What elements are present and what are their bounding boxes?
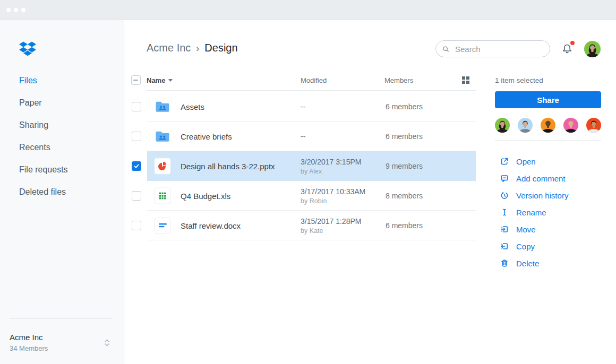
column-header-modified: Modified xyxy=(301,76,327,84)
action-label: Copy xyxy=(516,242,535,251)
file-modified-by: by Kate xyxy=(301,227,361,235)
breadcrumb: Acme Inc › Design xyxy=(147,42,238,54)
file-modified: 3/20/2017 3:15PM by Alex xyxy=(301,151,361,181)
dropbox-app-window: Files Paper Sharing Recents File request… xyxy=(0,0,616,364)
file-name: Assets xyxy=(181,92,204,122)
selection-status: 1 item selected xyxy=(495,76,543,84)
indeterminate-dash xyxy=(133,80,138,81)
window-controls xyxy=(6,8,25,12)
file-type-icon xyxy=(154,187,171,204)
file-actions: Open Add comment Version history Rename … xyxy=(495,153,601,272)
sidebar-item-label: Deleted files xyxy=(19,187,66,197)
sidebar-nav: Files Paper Sharing Recents File request… xyxy=(0,70,124,203)
action-version-history[interactable]: Version history xyxy=(495,187,601,204)
select-all-checkbox[interactable] xyxy=(131,75,141,85)
breadcrumb-parent-link[interactable]: Acme Inc xyxy=(147,42,191,54)
grid-view-icon[interactable] xyxy=(462,76,469,84)
sidebar-item-deleted-files[interactable]: Deleted files xyxy=(0,181,124,203)
action-rename[interactable]: Rename xyxy=(495,204,601,221)
sort-caret-icon xyxy=(168,79,173,82)
sidebar-item-files[interactable]: Files xyxy=(0,70,124,92)
member-avatars xyxy=(495,118,601,133)
team-switcher[interactable]: Acme Inc 34 Members xyxy=(10,318,112,364)
file-modified-by: by Robin xyxy=(301,197,365,205)
column-header-members: Members xyxy=(384,76,413,84)
notification-unread-dot xyxy=(570,41,575,45)
member-avatar-4[interactable] xyxy=(563,118,578,133)
sidebar-item-label: Recents xyxy=(19,143,50,152)
share-button[interactable]: Share xyxy=(495,91,601,108)
sidebar-item-sharing[interactable]: Sharing xyxy=(0,114,124,136)
action-move[interactable]: Move xyxy=(495,221,601,238)
file-list: Assets -- 6 members Creative briefs -- 6… xyxy=(132,92,476,240)
sidebar-item-label: Paper xyxy=(19,98,42,108)
member-avatar-2[interactable] xyxy=(518,118,533,133)
file-name: Q4 Budget.xls xyxy=(181,181,230,211)
copy-icon xyxy=(500,241,509,251)
file-name: Design all hands 3-22.pptx xyxy=(181,151,275,181)
file-modified-by: by Alex xyxy=(301,168,361,175)
file-name: Creative briefs xyxy=(181,122,232,151)
row-checkbox[interactable] xyxy=(132,221,141,230)
action-copy[interactable]: Copy xyxy=(495,238,601,255)
sidebar-item-label: File requests xyxy=(19,165,68,175)
file-modified: 3/17/2017 10:33AM by Robin xyxy=(301,181,365,211)
comment-icon xyxy=(500,174,509,183)
row-checkbox[interactable] xyxy=(132,161,141,171)
action-add-comment[interactable]: Add comment xyxy=(495,170,601,187)
sidebar-item-recents[interactable]: Recents xyxy=(0,136,124,159)
file-row[interactable]: Creative briefs -- 6 members xyxy=(132,122,476,151)
table-header-divider xyxy=(147,90,476,91)
team-member-count: 34 Members xyxy=(10,344,112,352)
file-modified: 3/15/2017 1:28PM by Kate xyxy=(301,211,361,240)
file-row[interactable]: Staff review.docx 3/15/2017 1:28PM by Ka… xyxy=(132,211,476,240)
member-avatar-1[interactable] xyxy=(495,118,510,133)
action-label: Delete xyxy=(516,259,539,268)
file-row[interactable]: Design all hands 3-22.pptx 3/20/2017 3:1… xyxy=(132,151,476,181)
file-name: Staff review.docx xyxy=(181,211,241,240)
breadcrumb-separator: › xyxy=(196,43,199,54)
sidebar: Files Paper Sharing Recents File request… xyxy=(0,20,124,364)
file-type-icon xyxy=(154,98,171,115)
row-checkbox[interactable] xyxy=(132,191,141,201)
action-label: Open xyxy=(516,157,536,166)
history-icon xyxy=(500,190,509,200)
sidebar-item-paper[interactable]: Paper xyxy=(0,92,124,114)
action-label: Add comment xyxy=(516,174,566,183)
member-avatar-5[interactable] xyxy=(586,118,601,133)
file-type-icon xyxy=(154,158,171,175)
team-name: Acme Inc xyxy=(10,333,112,342)
action-delete[interactable]: Delete xyxy=(495,255,601,272)
file-type-icon xyxy=(154,128,171,145)
file-type-icon xyxy=(154,217,171,234)
page-title: Design xyxy=(204,42,237,54)
close-window-button[interactable] xyxy=(6,8,11,12)
zoom-window-button[interactable] xyxy=(21,8,25,12)
search-input[interactable] xyxy=(454,44,543,54)
search-box[interactable] xyxy=(435,40,550,57)
open-icon xyxy=(500,157,509,166)
file-row[interactable]: Assets -- 6 members xyxy=(132,92,476,122)
file-modified: -- xyxy=(301,92,305,122)
member-avatar-3[interactable] xyxy=(541,118,555,133)
row-checkbox[interactable] xyxy=(132,132,141,141)
action-open[interactable]: Open xyxy=(495,153,601,170)
action-label: Rename xyxy=(516,208,546,217)
sidebar-item-file-requests[interactable]: File requests xyxy=(0,159,124,181)
window-titlebar xyxy=(0,0,616,20)
minimize-window-button[interactable] xyxy=(14,8,18,12)
file-modified: -- xyxy=(301,122,305,151)
delete-icon xyxy=(500,258,509,268)
file-member-count: 8 members xyxy=(386,181,423,211)
row-checkbox[interactable] xyxy=(132,102,141,111)
file-member-count: 6 members xyxy=(386,92,423,122)
sidebar-item-label: Files xyxy=(19,76,37,85)
move-icon xyxy=(500,224,509,234)
dropbox-logo-icon[interactable] xyxy=(19,41,36,57)
action-label: Version history xyxy=(516,191,568,200)
user-avatar[interactable] xyxy=(584,41,601,57)
team-switcher-chevrons-icon[interactable] xyxy=(104,338,110,348)
file-member-count: 6 members xyxy=(386,122,423,151)
column-header-name[interactable]: Name xyxy=(147,76,173,84)
file-row[interactable]: Q4 Budget.xls 3/17/2017 10:33AM by Robin… xyxy=(132,181,476,211)
